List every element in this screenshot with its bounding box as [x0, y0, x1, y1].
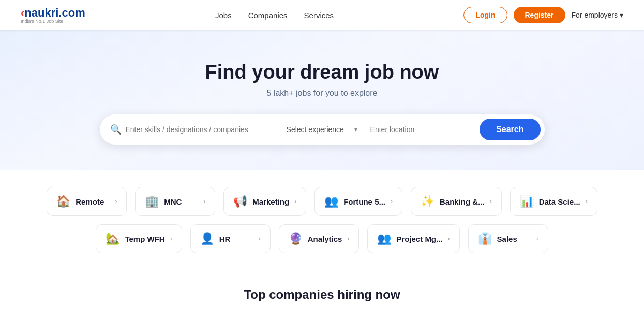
cat-label-projectmg: Project Mg... [396, 235, 442, 243]
cat-icon-mnc: 🏢 [145, 195, 159, 208]
divider-2 [364, 122, 364, 137]
cat-icon-banking: ✨ [421, 195, 435, 208]
cat-icon-projectmg: 👥 [377, 232, 391, 246]
category-chip-hr[interactable]: 👤 HR › [190, 224, 271, 253]
chevron-right-icon: › [391, 198, 393, 205]
chevron-right-icon: › [294, 198, 296, 205]
category-chip-projectmg[interactable]: 👥 Project Mg... › [367, 224, 459, 253]
category-chip-marketing[interactable]: 📢 Marketing › [223, 187, 306, 216]
chevron-right-icon: › [115, 198, 117, 205]
hero-title: Find your dream job now [10, 61, 634, 83]
experience-select[interactable]: Select experience 0-1 years 1-3 years 3-… [284, 121, 352, 138]
cat-icon-hr: 👤 [200, 232, 214, 246]
bottom-section: Top companies hiring now [0, 272, 644, 312]
chevron-right-icon: › [203, 198, 205, 205]
category-chip-analytics[interactable]: 🔮 Analytics › [279, 224, 360, 253]
chevron-down-icon: ▾ [620, 11, 623, 19]
category-row-2: 🏡 Temp WFH › 👤 HR › 🔮 Analytics › 👥 Proj… [31, 224, 613, 253]
category-row-1: 🏠 Remote › 🏢 MNC › 📢 Marketing › 👥 Fortu… [31, 187, 613, 216]
hero-subtitle: 5 lakh+ jobs for you to explore [10, 89, 634, 98]
chevron-down-icon: ▾ [354, 126, 357, 133]
chevron-right-icon: › [347, 235, 349, 242]
nav-jobs[interactable]: Jobs [215, 11, 232, 20]
cat-label-banking: Banking &... [440, 197, 485, 206]
cat-icon-marketing: 📢 [233, 195, 247, 208]
chevron-right-icon: › [259, 235, 261, 242]
cat-icon-tempwfh: 🏡 [106, 232, 119, 246]
chevron-right-icon: › [170, 235, 172, 242]
navbar: ‹naukri.com India's No.1 Job Site Jobs C… [0, 0, 644, 30]
cat-icon-analytics: 🔮 [289, 232, 303, 246]
category-chip-fortune5[interactable]: 👥 Fortune 5... › [314, 187, 402, 216]
category-chip-banking[interactable]: ✨ Banking &... › [411, 187, 502, 216]
nav-companies[interactable]: Companies [248, 11, 288, 20]
category-chip-sales[interactable]: 👔 Sales › [468, 224, 548, 253]
cat-label-hr: HR [219, 235, 231, 243]
login-button[interactable]: Login [463, 7, 507, 23]
cat-icon-datasci: 📊 [520, 195, 534, 208]
nav-links: Jobs Companies Services [215, 11, 334, 20]
cat-label-tempwfh: Temp WFH [125, 235, 164, 243]
search-icon: 🔍 [110, 124, 122, 135]
cat-icon-fortune5: 👥 [324, 195, 338, 208]
search-bar: 🔍 Select experience 0-1 years 1-3 years … [100, 114, 545, 145]
category-chip-remote[interactable]: 🏠 Remote › [47, 187, 127, 216]
cat-icon-remote: 🏠 [56, 195, 70, 208]
logo-tagline: India's No.1 Job Site [21, 19, 85, 24]
cat-label-mnc: MNC [164, 197, 182, 206]
cat-label-fortune5: Fortune 5... [343, 197, 385, 206]
register-button[interactable]: Register [514, 7, 565, 23]
hero-section: Find your dream job now 5 lakh+ jobs for… [0, 30, 644, 170]
cat-label-marketing: Marketing [252, 197, 289, 206]
location-input[interactable] [370, 121, 480, 138]
categories-section: 🏠 Remote › 🏢 MNC › 📢 Marketing › 👥 Fortu… [0, 170, 644, 272]
nav-actions: Login Register For employers ▾ [463, 7, 623, 23]
chevron-right-icon: › [536, 235, 538, 242]
chevron-right-icon: › [490, 198, 492, 205]
for-employers-link[interactable]: For employers ▾ [572, 11, 623, 19]
cat-icon-sales: 👔 [478, 232, 492, 246]
logo: ‹naukri.com India's No.1 Job Site [21, 6, 85, 24]
chevron-right-icon: › [448, 235, 450, 242]
category-chip-mnc[interactable]: 🏢 MNC › [135, 187, 215, 216]
divider-1 [278, 122, 278, 137]
search-button[interactable]: Search [480, 119, 540, 140]
skills-input[interactable] [126, 121, 272, 138]
category-chip-datasci[interactable]: 📊 Data Scie... › [510, 187, 597, 216]
category-chip-tempwfh[interactable]: 🏡 Temp WFH › [96, 224, 182, 253]
nav-services[interactable]: Services [304, 11, 334, 20]
cat-label-datasci: Data Scie... [539, 197, 580, 206]
bottom-heading: Top companies hiring now [21, 287, 623, 302]
cat-label-analytics: Analytics [308, 235, 342, 243]
cat-label-remote: Remote [76, 197, 104, 206]
chevron-right-icon: › [586, 198, 588, 205]
cat-label-sales: Sales [497, 235, 517, 243]
